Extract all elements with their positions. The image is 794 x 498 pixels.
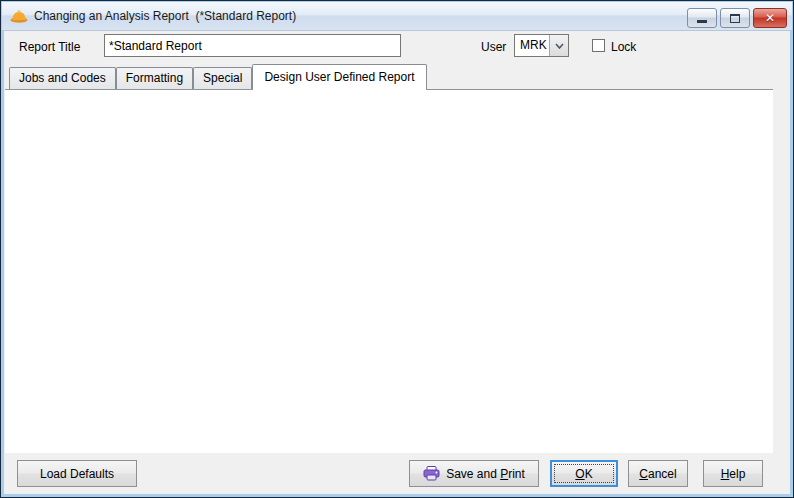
- tab-special[interactable]: Special: [193, 67, 252, 89]
- window-title: Changing an Analysis Report (*Standard R…: [34, 9, 296, 23]
- report-title-label: Report Title: [19, 40, 80, 54]
- printer-icon: [423, 466, 440, 481]
- title-bar[interactable]: Changing an Analysis Report (*Standard R…: [2, 2, 792, 31]
- maximize-icon: [730, 14, 740, 23]
- help-button[interactable]: Help: [703, 460, 763, 487]
- cancel-button[interactable]: Cancel: [628, 460, 688, 487]
- user-label: User: [481, 40, 506, 54]
- tab-design-user-defined-report[interactable]: Design User Defined Report: [252, 64, 426, 90]
- close-icon: ✕: [765, 12, 775, 24]
- tab-page: [5, 89, 773, 453]
- close-button[interactable]: ✕: [753, 8, 787, 28]
- maximize-button[interactable]: [720, 8, 750, 28]
- minimize-icon: [697, 20, 707, 23]
- chevron-down-icon[interactable]: [549, 35, 568, 56]
- hard-hat-icon: [10, 8, 28, 24]
- lock-checkbox[interactable]: [592, 39, 605, 52]
- lock-label: Lock: [611, 40, 636, 54]
- save-and-print-button[interactable]: Save and Print: [409, 460, 539, 487]
- dialog-window: Changing an Analysis Report (*Standard R…: [0, 0, 794, 498]
- load-defaults-button[interactable]: Load Defaults: [17, 460, 137, 487]
- user-dropdown-value: MRK: [515, 35, 549, 56]
- report-title-input[interactable]: [104, 34, 401, 57]
- tab-jobs-and-codes[interactable]: Jobs and Codes: [9, 67, 116, 89]
- user-dropdown[interactable]: MRK: [514, 34, 569, 57]
- tab-strip: Jobs and Codes Formatting Special Design…: [9, 63, 427, 89]
- minimize-button[interactable]: [687, 8, 717, 28]
- ok-button[interactable]: OK: [550, 460, 618, 487]
- tab-formatting[interactable]: Formatting: [116, 67, 193, 89]
